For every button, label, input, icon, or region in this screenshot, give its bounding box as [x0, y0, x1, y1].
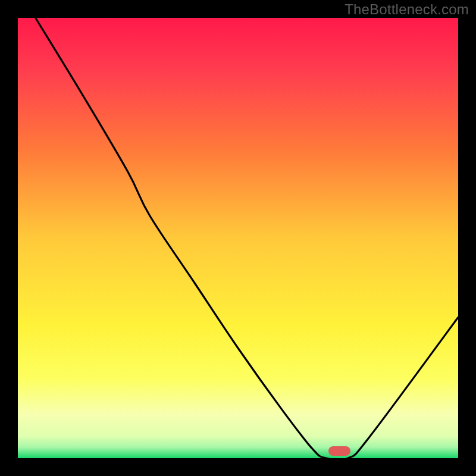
optimal-marker: [328, 446, 350, 456]
curve-layer: [18, 18, 458, 458]
watermark-text: TheBottleneck.com: [345, 1, 469, 18]
bottleneck-curve: [36, 18, 458, 458]
chart-container: TheBottleneck.com: [0, 0, 476, 476]
